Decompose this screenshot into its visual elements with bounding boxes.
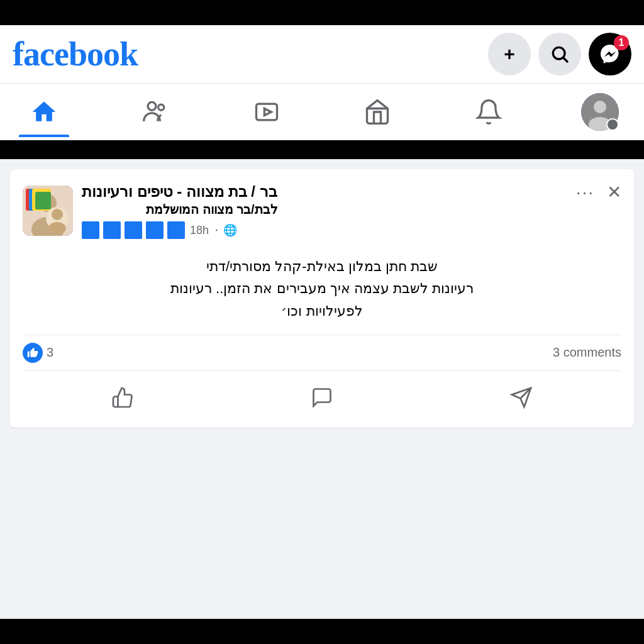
post-squares — [82, 221, 185, 239]
post-author-info: בר / בת מצווה - טיפים ורעיונות לבת/בר מצ… — [82, 182, 277, 239]
search-icon — [550, 44, 570, 64]
friends-icon — [142, 98, 169, 126]
like-action-icon — [111, 386, 134, 409]
post-author-name: בר / בת מצווה - טיפים ורעיונות — [82, 182, 277, 201]
post-header: בר / בת מצווה - טיפים ורעיונות לבת/בר מצ… — [23, 182, 621, 239]
status-bar — [0, 0, 644, 25]
facebook-logo: facebook — [13, 35, 138, 74]
post-time: 18h — [190, 224, 209, 237]
nav-friends[interactable] — [124, 87, 187, 137]
blue-square-3 — [125, 221, 142, 239]
blue-square-5 — [167, 221, 185, 239]
marketplace-icon — [364, 98, 391, 126]
share-button[interactable] — [491, 380, 552, 415]
bottom-bar — [0, 619, 644, 644]
comment-action-icon — [311, 386, 333, 409]
black-divider — [0, 140, 644, 159]
nav-notifications[interactable] — [457, 87, 520, 137]
nav-marketplace[interactable] — [346, 87, 409, 137]
nav-profile[interactable] — [569, 87, 631, 137]
svg-point-20 — [48, 222, 66, 235]
svg-point-19 — [52, 209, 63, 220]
svg-rect-17 — [35, 192, 51, 209]
post-author-sub: לבת/בר מצווה המושלמת — [82, 201, 277, 218]
post-stats: 3 3 comments — [23, 335, 621, 371]
nav-home[interactable] — [13, 87, 75, 137]
header: facebook + 1 — [0, 25, 644, 84]
post-card: בר / בת מצווה - טיפים ורעיונות לבת/בר מצ… — [10, 169, 634, 428]
notifications-icon — [475, 98, 502, 126]
header-actions: + 1 — [488, 33, 631, 75]
more-options-button[interactable]: ··· — [576, 182, 594, 203]
messenger-button[interactable]: 1 — [589, 33, 631, 75]
nav-bar — [0, 84, 644, 140]
svg-marker-5 — [264, 108, 271, 115]
comment-button[interactable] — [292, 380, 352, 415]
comments-count: 3 comments — [553, 345, 621, 360]
likes-count: 3 — [47, 345, 53, 360]
svg-point-8 — [594, 101, 606, 113]
post-body: שבת חתן במלון באילת-קהל מסורתי/דתירעיונו… — [23, 249, 621, 335]
home-icon — [30, 98, 58, 126]
privacy-icon: 🌐 — [223, 223, 237, 237]
blue-square-2 — [103, 221, 121, 239]
svg-point-3 — [158, 104, 164, 110]
profile-menu-badge — [606, 118, 619, 131]
feed: בר / בת מצווה - טיפים ורעיונות לבת/בר מצ… — [0, 159, 644, 619]
share-action-icon — [510, 386, 533, 409]
likes-area: 3 — [23, 343, 53, 363]
messenger-badge: 1 — [614, 35, 629, 50]
post-avatar-image — [23, 186, 73, 236]
blue-square-4 — [146, 221, 164, 239]
post-actions — [23, 374, 621, 415]
watch-icon — [253, 98, 280, 126]
svg-point-2 — [148, 102, 156, 110]
close-post-button[interactable]: ✕ — [607, 182, 621, 203]
like-reaction-icon — [23, 343, 43, 363]
post-author-section: בר / בת מצווה - טיפים ורעיונות לבת/בר מצ… — [23, 182, 277, 239]
nav-watch[interactable] — [235, 87, 298, 137]
post-header-actions: ··· ✕ — [576, 182, 621, 203]
like-button[interactable] — [92, 380, 153, 415]
thumbs-up-icon — [27, 347, 38, 358]
svg-rect-4 — [256, 104, 277, 120]
search-button[interactable] — [538, 33, 581, 75]
svg-line-1 — [564, 58, 567, 62]
post-text: שבת חתן במלון באילת-קהל מסורתי/דתירעיונו… — [23, 255, 621, 322]
add-button[interactable]: + — [488, 33, 531, 75]
post-avatar — [23, 186, 73, 236]
blue-square-1 — [82, 221, 99, 239]
